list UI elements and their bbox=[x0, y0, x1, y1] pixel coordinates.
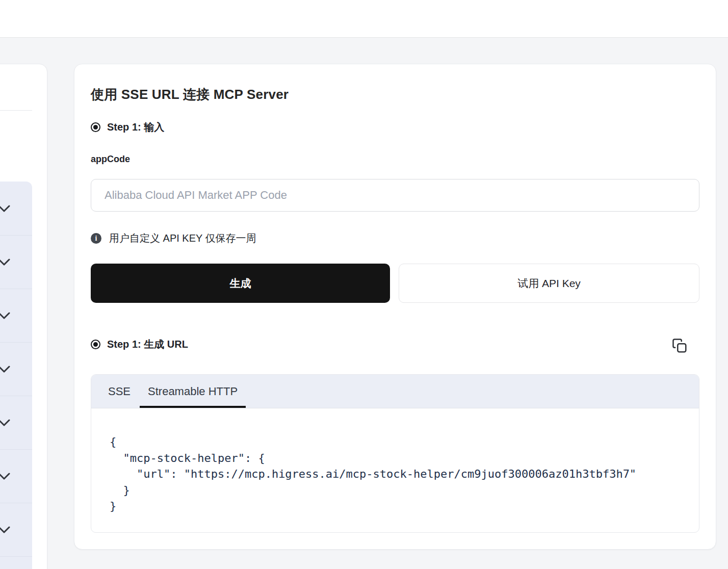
generate-button[interactable]: 生成 bbox=[91, 264, 390, 303]
apikey-hint: i 用户自定义 API KEY 仅保存一周 bbox=[91, 231, 256, 245]
sidebar-accordion-item[interactable] bbox=[0, 289, 32, 342]
page-title: 使用 SSE URL 连接 MCP Server bbox=[91, 86, 289, 104]
step-1-heading: Step 1: 输入 bbox=[91, 120, 164, 134]
chevron-down-icon bbox=[0, 523, 11, 537]
step-1-label: Step 1: 输入 bbox=[107, 120, 164, 134]
copy-url-button[interactable] bbox=[671, 338, 688, 354]
step-2-heading: Step 1: 生成 URL bbox=[91, 338, 188, 351]
tab-streamable-http[interactable]: Streamable HTTP bbox=[140, 375, 246, 408]
chevron-down-icon bbox=[0, 362, 11, 376]
step-bullet-icon bbox=[91, 122, 100, 132]
chevron-down-icon bbox=[0, 308, 11, 323]
sidebar-accordion-item[interactable] bbox=[0, 342, 32, 396]
sidebar-accordion-item[interactable] bbox=[0, 556, 32, 569]
sidebar-card bbox=[0, 64, 47, 569]
step-bullet-icon bbox=[91, 340, 100, 349]
copy-icon bbox=[671, 338, 688, 354]
sidebar-accordion-item[interactable] bbox=[0, 235, 32, 289]
chevron-down-icon bbox=[0, 416, 11, 430]
mcp-config-code[interactable]: { "mcp-stock-helper": { "url": "https://… bbox=[91, 408, 699, 514]
chevron-down-icon bbox=[0, 469, 11, 483]
chevron-down-icon bbox=[0, 255, 11, 269]
url-code-panel: SSE Streamable HTTP { "mcp-stock-helper"… bbox=[91, 374, 699, 533]
step-2-label: Step 1: 生成 URL bbox=[107, 338, 188, 351]
sidebar-accordion-item[interactable] bbox=[0, 449, 32, 503]
mcp-connect-panel: 使用 SSE URL 连接 MCP Server Step 1: 输入 appC… bbox=[74, 64, 716, 550]
chevron-down-icon bbox=[0, 201, 11, 216]
appcode-input[interactable] bbox=[91, 179, 699, 212]
try-api-key-button[interactable]: 试用 API Key bbox=[399, 264, 699, 303]
info-icon: i bbox=[91, 233, 101, 244]
sidebar-accordion-item[interactable] bbox=[0, 503, 32, 556]
sidebar-accordion-list bbox=[0, 182, 32, 569]
apikey-hint-text: 用户自定义 API KEY 仅保存一周 bbox=[109, 231, 256, 245]
appcode-label: appCode bbox=[91, 154, 130, 165]
sidebar-divider bbox=[0, 110, 32, 111]
tab-sse[interactable]: SSE bbox=[100, 375, 139, 408]
protocol-tabbar: SSE Streamable HTTP bbox=[91, 375, 699, 408]
top-header-strip bbox=[0, 0, 728, 38]
sidebar-accordion-item[interactable] bbox=[0, 396, 32, 449]
sidebar-accordion-item[interactable] bbox=[0, 182, 32, 235]
